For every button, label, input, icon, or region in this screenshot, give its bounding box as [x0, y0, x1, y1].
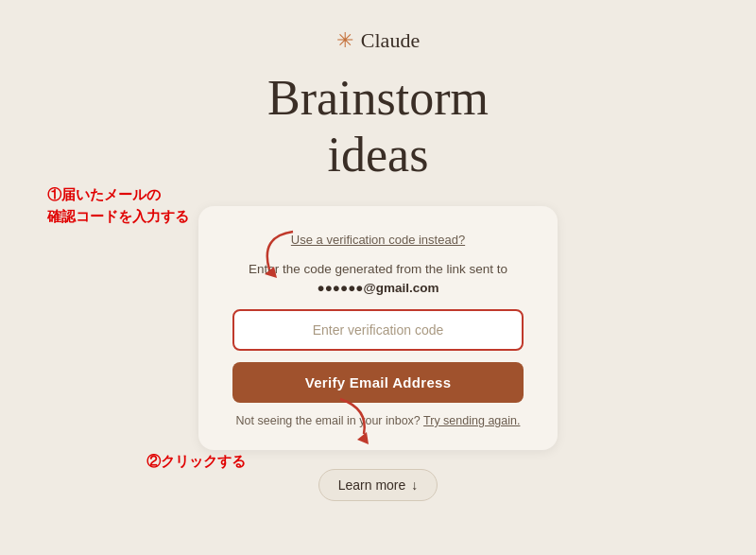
card-description: Enter the code generated from the link s… — [249, 260, 507, 299]
headline: Brainstorm ideas — [267, 70, 489, 183]
learn-more-arrow: ↓ — [411, 477, 418, 493]
use-verification-code-link[interactable]: Use a verification code instead? — [291, 233, 465, 247]
resend-link[interactable]: Try sending again. — [423, 414, 520, 427]
top-link-area: Use a verification code instead? — [291, 233, 465, 247]
page-wrapper: ✳ Claude Brainstorm ideas Use a verifica… — [0, 0, 756, 555]
learn-more-button[interactable]: Learn more ↓ — [318, 469, 438, 501]
headline-line2: ideas — [328, 128, 429, 182]
verify-email-button[interactable]: Verify Email Address — [232, 362, 524, 403]
verification-card: Use a verification code instead? Enter t… — [198, 206, 558, 451]
learn-more-area: Learn more ↓ — [318, 469, 438, 501]
resend-text: Not seeing the email in your inbox? Try … — [236, 414, 521, 427]
annotation-2: ②クリックする — [146, 451, 246, 473]
logo-area: ✳ Claude — [336, 28, 420, 53]
annotation-2-circle: ② — [146, 453, 161, 469]
logo-icon: ✳ — [336, 28, 353, 53]
resend-prefix: Not seeing the email in your inbox? — [236, 414, 421, 427]
annotation-1-line1: 届いたメールの — [61, 186, 161, 202]
verification-code-input[interactable] — [232, 309, 524, 351]
description-prefix: Enter the code generated from the link s… — [249, 262, 507, 276]
annotation-1-circle: ① — [47, 186, 61, 202]
annotation-1: ①届いたメールの 確認コードを入力する — [47, 184, 189, 227]
annotation-2-text: クリックする — [161, 453, 246, 469]
email-display: ●●●●●●@gmail.com — [318, 281, 439, 295]
logo-text: Claude — [361, 28, 420, 53]
learn-more-label: Learn more — [338, 477, 406, 493]
annotation-1-line2: 確認コードを入力する — [47, 208, 189, 224]
headline-line1: Brainstorm — [267, 71, 489, 125]
